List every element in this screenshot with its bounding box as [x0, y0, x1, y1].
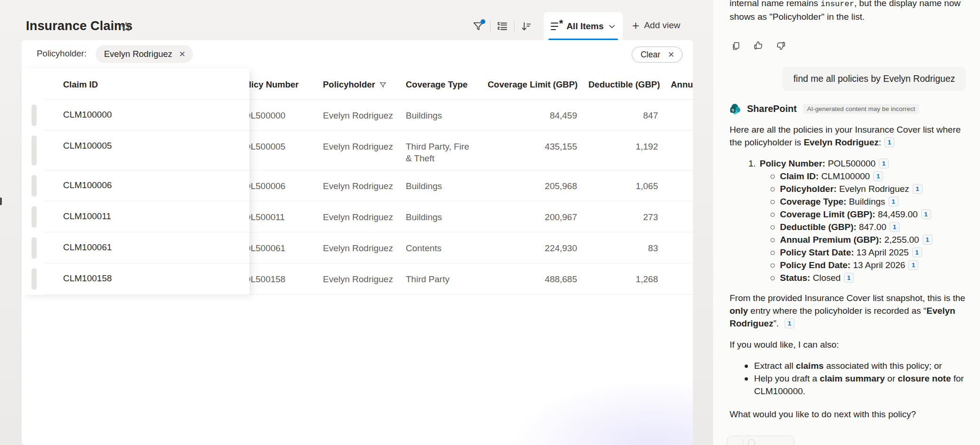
column-header-claim-id[interactable]: Claim ID — [22, 68, 249, 100]
policy-field-item: Policy End Date: 13 April 20261 — [730, 259, 971, 271]
thumbs-down-icon[interactable] — [774, 39, 788, 53]
row-drag-handle[interactable] — [32, 104, 37, 126]
cell-claim-id: CLM100006 — [63, 180, 112, 191]
row-drag-handle[interactable] — [32, 175, 37, 197]
clear-label: Clear — [641, 50, 660, 60]
copy-icon[interactable] — [729, 39, 743, 53]
copilot-chat-panel: internal name remains insurer, but the d… — [713, 0, 980, 445]
column-header-claim-id-label: Claim ID — [63, 79, 98, 90]
view-icon: * — [551, 21, 562, 32]
assistant-message-body: Here are all the policies in your Insura… — [730, 123, 971, 429]
cell-policyholder: Evelyn Rodriguez — [323, 242, 393, 254]
citation-badge[interactable]: 1 — [908, 260, 918, 270]
suggestion-pill-cutoff[interactable] — [727, 436, 795, 445]
policy-field-item: Deductible (GBP): 847.001 — [730, 221, 971, 233]
filter-icon[interactable] — [468, 16, 488, 37]
cell-policyholder: Evelyn Rodriguez — [323, 141, 393, 152]
policy-field-item: Status: Closed1 — [730, 271, 971, 284]
policy-field-item: Coverage Limit (GBP): 84,459.001 — [730, 208, 971, 221]
cell-claim-id: CLM100005 — [63, 141, 112, 151]
ai-disclaimer-badge: AI-generated content may be incorrect — [803, 104, 920, 114]
cell-policyholder: Evelyn Rodriguez — [323, 180, 393, 192]
reply-intro: Here are all the policies in your Insura… — [730, 123, 971, 149]
filter-chip-value: Evelyn Rodriguez — [104, 49, 172, 59]
row-drag-handle[interactable] — [32, 206, 37, 228]
citation-badge[interactable]: 1 — [873, 171, 883, 181]
cell-coverage-limit: 205,968 — [488, 180, 577, 192]
group-by-icon[interactable] — [492, 16, 512, 37]
cell-coverage-limit: 488,685 — [488, 273, 577, 285]
cell-deductible: 1,065 — [588, 180, 658, 192]
column-header-policyholder[interactable]: Policyholder — [323, 79, 387, 90]
list-toolbar: * All Items — [468, 12, 623, 41]
option-item: Help you draft a claim summary or closur… — [730, 372, 971, 397]
view-tab-all-items[interactable]: * All Items — [544, 12, 623, 40]
add-view-button[interactable]: + Add view — [632, 12, 680, 39]
cell-coverage-limit: 84,459 — [488, 110, 577, 121]
policy-list: Policy Number: POL5000001 Claim ID: CLM1… — [730, 157, 971, 284]
filter-active-dot — [481, 19, 485, 24]
policy-field-item: Coverage Type: Buildings1 — [730, 195, 971, 208]
filter-chip[interactable]: Evelyn Rodriguez ✕ — [96, 45, 193, 63]
options-list: Extract all claims associated with this … — [730, 359, 971, 397]
citation-badge[interactable]: 1 — [923, 235, 932, 245]
claim-id-row[interactable]: CLM100158 — [22, 263, 249, 294]
follow-up-question: What would you like to do next with this… — [730, 408, 971, 421]
thumbs-up-icon[interactable] — [751, 39, 765, 53]
clear-filters-button[interactable]: Clear ✕ — [632, 47, 683, 63]
cell-coverage-type: Buildings — [406, 211, 477, 223]
cell-policyholder: Evelyn Rodriguez — [323, 211, 393, 223]
citation-badge[interactable]: 1 — [912, 247, 922, 257]
claim-id-rows: CLM100000CLM100005CLM100006CLM100011CLM1… — [22, 100, 249, 294]
column-filter-icon — [379, 81, 387, 89]
column-header-coverage-type[interactable]: Coverage Type — [406, 79, 467, 90]
citation-badge[interactable]: 1 — [879, 159, 889, 168]
sort-icon[interactable] — [516, 16, 536, 37]
favorite-star-icon[interactable] — [120, 21, 132, 33]
claim-id-row[interactable]: CLM100005 — [22, 131, 249, 170]
row-drag-handle[interactable] — [32, 237, 37, 259]
assistant-name: SharePoint — [747, 103, 797, 115]
message-actions — [729, 39, 788, 53]
column-header-annual-premium[interactable]: Annual Premium (GBP) — [671, 79, 693, 90]
column-header-deductible[interactable]: Deductible (GBP) — [588, 79, 658, 90]
row-drag-handle[interactable] — [32, 268, 37, 290]
chevron-down-icon — [608, 23, 616, 30]
cell-policyholder: Evelyn Rodriguez — [323, 273, 393, 285]
claim-id-row[interactable]: CLM100011 — [22, 201, 249, 232]
left-edge-handle[interactable] — [0, 198, 2, 205]
filter-bar: Policyholder: Evelyn Rodriguez ✕ Clear ✕ — [22, 40, 693, 68]
citation-badge[interactable]: 1 — [913, 184, 923, 194]
cell-coverage-type: Third Party, Fire & Theft — [406, 141, 477, 164]
policy-heading: Policy Number: POL5000001 — [730, 157, 971, 170]
column-header-policyholder-label: Policyholder — [323, 79, 375, 90]
previous-assistant-message: internal name remains insurer, but the d… — [730, 0, 972, 23]
citation-badge[interactable]: 1 — [884, 137, 894, 147]
cell-deductible: 1,268 — [588, 273, 658, 285]
cell-coverage-type: Buildings — [406, 110, 477, 121]
chip-remove-icon[interactable]: ✕ — [179, 49, 185, 59]
citation-badge[interactable]: 1 — [889, 197, 899, 207]
column-header-coverage-limit[interactable]: Coverage Limit (GBP) — [488, 79, 577, 90]
cell-coverage-type: Contents — [406, 242, 477, 254]
citation-badge[interactable]: 1 — [785, 318, 795, 328]
add-view-label: Add view — [644, 20, 680, 31]
copilot-glow — [490, 370, 693, 445]
clear-close-icon: ✕ — [668, 50, 675, 60]
cell-coverage-limit: 224,930 — [488, 242, 577, 254]
options-intro: If you would like, I can also: — [730, 338, 971, 351]
list-region: Insurance Claims * All Items + Add view … — [0, 0, 713, 445]
cell-deductible: 273 — [588, 211, 658, 223]
citation-badge[interactable]: 1 — [844, 273, 854, 283]
sharepoint-logo-icon: S — [730, 103, 741, 115]
cell-deductible: 83 — [588, 242, 658, 254]
claim-id-row[interactable]: CLM100006 — [22, 170, 249, 201]
claim-id-row[interactable]: CLM100000 — [22, 100, 249, 131]
cell-deductible: 847 — [588, 110, 658, 121]
policy-field-item: Policyholder: Evelyn Rodriguez1 — [730, 183, 971, 195]
citation-badge[interactable]: 1 — [890, 222, 900, 232]
claim-id-row[interactable]: CLM100061 — [22, 232, 249, 263]
citation-badge[interactable]: 1 — [921, 209, 931, 219]
row-drag-handle[interactable] — [32, 135, 37, 166]
cell-policyholder: Evelyn Rodriguez — [323, 110, 393, 121]
